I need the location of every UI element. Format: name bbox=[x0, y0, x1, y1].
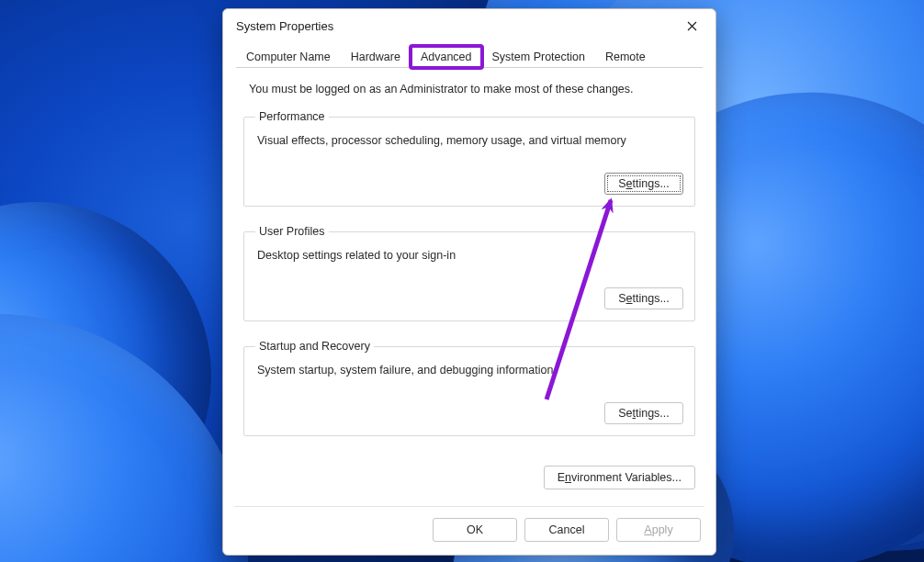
group-startup-recovery: Startup and Recovery System startup, sys… bbox=[243, 340, 695, 436]
system-properties-dialog: System Properties Computer Name Hardware… bbox=[222, 8, 716, 556]
performance-settings-button[interactable]: Settings... bbox=[604, 173, 683, 195]
ok-button[interactable]: OK bbox=[433, 518, 517, 542]
group-performance: Performance Visual effects, processor sc… bbox=[243, 110, 695, 207]
user-profiles-desc: Desktop settings related to your sign-in bbox=[257, 249, 683, 262]
close-icon bbox=[687, 21, 697, 31]
window-title: System Properties bbox=[236, 19, 333, 33]
group-user-profiles-legend: User Profiles bbox=[255, 225, 329, 238]
user-profiles-settings-button[interactable]: Settings... bbox=[604, 287, 683, 309]
group-user-profiles: User Profiles Desktop settings related t… bbox=[243, 225, 695, 321]
tab-computer-name[interactable]: Computer Name bbox=[236, 46, 341, 68]
tab-remote[interactable]: Remote bbox=[595, 46, 656, 68]
tab-content-advanced: You must be logged on as an Administrato… bbox=[223, 68, 716, 469]
startup-settings-button[interactable]: Settings... bbox=[604, 402, 683, 424]
dialog-button-row: OK Cancel Apply bbox=[223, 507, 716, 555]
admin-note: You must be logged on as an Administrato… bbox=[249, 83, 695, 96]
tab-hardware[interactable]: Hardware bbox=[341, 46, 411, 68]
tab-system-protection[interactable]: System Protection bbox=[482, 46, 595, 68]
performance-desc: Visual effects, processor scheduling, me… bbox=[257, 134, 683, 147]
tab-advanced[interactable]: Advanced bbox=[411, 46, 482, 68]
tabstrip: Computer Name Hardware Advanced System P… bbox=[223, 42, 716, 68]
close-button[interactable] bbox=[675, 13, 708, 39]
startup-settings-label: Settings... bbox=[618, 407, 670, 420]
environment-variables-label: Environment Variables... bbox=[558, 471, 682, 484]
group-startup-recovery-legend: Startup and Recovery bbox=[255, 340, 374, 353]
startup-desc: System startup, system failure, and debu… bbox=[257, 364, 683, 377]
apply-button[interactable]: Apply bbox=[616, 518, 701, 542]
apply-label: Apply bbox=[644, 523, 672, 536]
titlebar: System Properties bbox=[223, 9, 716, 42]
user-profiles-settings-label: Settings... bbox=[618, 292, 670, 305]
group-performance-legend: Performance bbox=[255, 110, 329, 123]
environment-variables-button[interactable]: Environment Variables... bbox=[544, 466, 695, 489]
performance-settings-label: Settings... bbox=[618, 177, 670, 190]
cancel-button[interactable]: Cancel bbox=[524, 518, 609, 542]
